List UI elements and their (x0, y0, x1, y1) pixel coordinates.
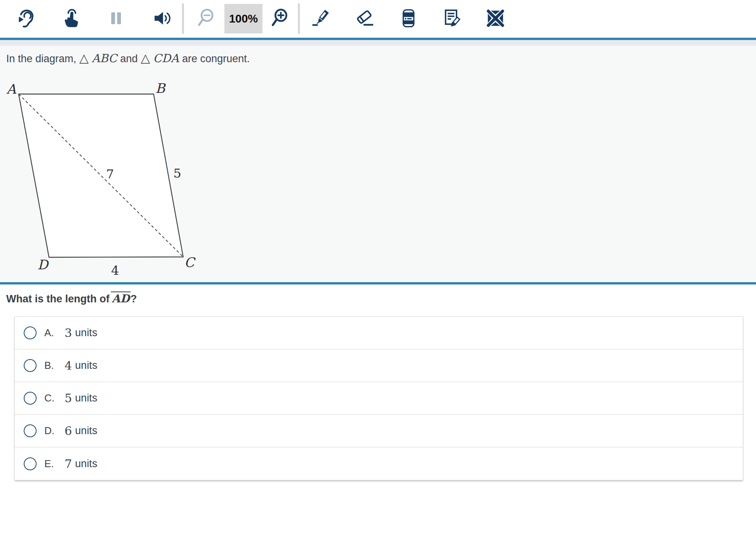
zoom-in-icon (270, 8, 290, 30)
option-value-number: 4 (65, 359, 72, 372)
toolbar-divider (182, 3, 184, 34)
option-row-b[interactable]: B. 4 units (15, 349, 743, 382)
option-row-c[interactable]: C. 5 units (15, 382, 743, 415)
prompt-lead: What is the length of (6, 293, 109, 305)
pause-button[interactable] (106, 8, 126, 30)
option-value-unit: units (75, 327, 97, 339)
calculator-icon (398, 8, 418, 30)
option-value-unit: units (75, 359, 97, 372)
option-row-d[interactable]: D. 6 units (15, 415, 743, 447)
radio-button-d[interactable] (24, 424, 37, 437)
option-value-number: 5 (65, 391, 72, 405)
header-sub-strip (0, 40, 756, 46)
option-letter: D. (44, 425, 62, 437)
triangle-symbol: △ (141, 51, 150, 65)
option-letter: B. (44, 359, 62, 372)
parallelogram-outline (19, 94, 183, 257)
notes-button[interactable] (442, 8, 462, 30)
vertex-label-a: A (6, 81, 17, 97)
zoom-out-icon (196, 8, 216, 30)
zoom-in-button[interactable] (270, 8, 290, 30)
eraser-button[interactable] (355, 8, 375, 30)
toolbar: 100% (0, 0, 756, 38)
option-letter: C. (44, 392, 62, 404)
stem-suffix: are congruent. (182, 53, 250, 65)
question-prompt: What is the length ofAD? (6, 291, 756, 306)
speaker-icon (152, 8, 172, 30)
stem-conjunction: and (120, 53, 138, 65)
answer-eliminator-button[interactable] (485, 8, 506, 30)
text-to-speech-button[interactable] (16, 8, 36, 30)
notepad-pencil-icon (442, 8, 462, 30)
zoom-out-button[interactable] (196, 8, 216, 30)
option-letter: A. (44, 327, 62, 339)
stem-prefix: In the diagram, (6, 53, 76, 65)
radio-button-b[interactable] (24, 359, 37, 372)
diagonal-length-label: 7 (106, 167, 114, 181)
option-value-number: 3 (65, 326, 72, 340)
pointing-hand-icon (60, 8, 80, 30)
answer-options-list: A. 3 units B. 4 units C. 5 units D. 6 un… (14, 316, 743, 480)
ear-icon (16, 8, 36, 30)
side-dc-length-label: 4 (111, 263, 119, 278)
touch-pointer-button[interactable] (60, 8, 80, 30)
segment-ad-overline: AD (111, 291, 130, 305)
pause-icon (106, 8, 126, 30)
toolbar-divider (298, 3, 300, 34)
calculator-button[interactable] (398, 8, 418, 30)
eraser-icon (355, 8, 375, 30)
triangle-2-name: CDA (153, 52, 179, 65)
option-value-number: 7 (65, 457, 72, 471)
vertex-label-d: D (37, 257, 49, 272)
option-value-unit: units (75, 392, 97, 404)
radio-button-a[interactable] (24, 326, 37, 339)
option-row-e[interactable]: E. 7 units (15, 447, 743, 480)
highlighter-button[interactable] (311, 8, 331, 30)
vertex-label-c: C (184, 255, 196, 270)
triangle-symbol: △ (79, 51, 89, 65)
answer-section: What is the length ofAD? A. 3 units B. 4… (0, 284, 756, 531)
side-bc-length-label: 5 (173, 166, 181, 181)
option-row-a[interactable]: A. 3 units (15, 317, 743, 349)
option-letter: E. (44, 458, 62, 470)
prompt-suffix: ? (131, 293, 137, 305)
parallelogram-diagram: A B C D 7 5 4 (0, 70, 212, 280)
question-stem: In the diagram,△ABCand△CDAare congruent. (0, 46, 756, 66)
option-value-unit: units (75, 458, 97, 470)
option-value-unit: units (75, 425, 97, 437)
triangle-1-name: ABC (92, 52, 117, 65)
option-value-number: 6 (65, 424, 72, 438)
vertex-label-b: B (156, 80, 166, 96)
stimulus-section: In the diagram,△ABCand△CDAare congruent.… (0, 46, 756, 282)
radio-button-c[interactable] (24, 392, 37, 405)
volume-button[interactable] (152, 8, 172, 30)
highlighter-icon (311, 8, 331, 30)
zoom-level-value: 100% (229, 12, 258, 25)
answer-eliminator-icon (485, 8, 506, 30)
zoom-level-badge: 100% (224, 4, 262, 33)
radio-button-e[interactable] (24, 457, 37, 470)
